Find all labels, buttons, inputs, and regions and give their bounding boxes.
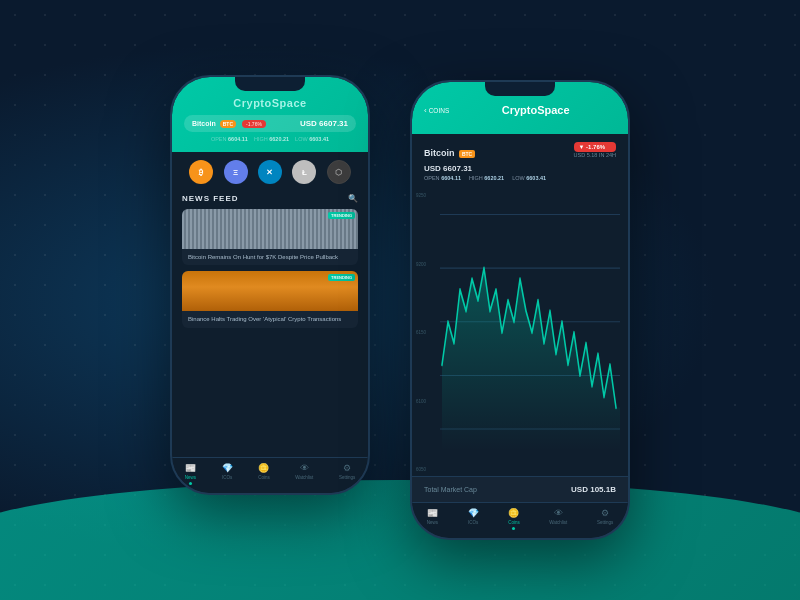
news-card-1-image: TRENDING [182,209,358,249]
search-icon[interactable]: 🔍 [348,194,358,203]
news-section: NEWS FEED 🔍 TRENDING Bitcoin Remains On … [172,192,368,457]
icos-icon-right: 💎 [468,508,479,518]
news-card-1[interactable]: TRENDING Bitcoin Remains On Hunt for $7K… [182,209,358,265]
coin-name: Bitcoin [424,148,455,158]
nav-icos[interactable]: 💎 ICOs [222,463,233,485]
right-coin-detail: Bitcoin BTC ▼ -1.76% USD 5.18 IN 24H USD… [412,134,628,189]
price-chart [420,193,620,472]
settings-icon-right: ⚙ [601,508,609,518]
nav-right-news-label: News [427,520,438,525]
nav-watchlist[interactable]: 👁 Watchlist [295,463,313,485]
nav-right-settings[interactable]: ⚙ Settings [597,508,613,530]
news-card-2-image: TRENDING [182,271,358,311]
news-card-2-badge: TRENDING [328,274,355,281]
market-cap-label: Total Market Cap [424,486,477,493]
nav-right-watchlist-label: Watchlist [549,520,567,525]
crypto-icon-lt[interactable]: Ł [292,160,316,184]
bottom-nav-right: 📰 News 💎 ICOs 🪙 Coins 👁 Watchlist ⚙ Sett… [412,502,628,538]
back-chevron-icon: ‹ [424,106,427,115]
coins-icon-right: 🪙 [508,508,519,518]
coin-change-group: ▼ -1.76% USD 5.18 IN 24H [574,142,617,158]
coin-name-group: Bitcoin BTC [424,142,475,160]
watchlist-icon-right: 👁 [554,508,563,518]
brand-right: CryptoSpace [502,104,570,116]
news-card-2-text: Binance Halts Trading Over 'Atypical' Cr… [182,311,358,327]
icos-icon: 💎 [222,463,233,473]
nav-settings[interactable]: ⚙ Settings [339,463,355,485]
news-title: NEWS FEED [182,194,239,203]
crypto-icon-btc[interactable]: ₿ [189,160,213,184]
nav-right-watchlist[interactable]: 👁 Watchlist [549,508,567,530]
phone-notch-left [235,77,305,91]
ticker-change: -1.76% [242,120,266,128]
chart-container: 9250 9200 6150 6100 6050 [412,189,628,476]
settings-icon: ⚙ [343,463,351,473]
news-card-1-badge: TRENDING [328,212,355,219]
nav-news-label: News [185,475,196,480]
brand-left: CryptoSpace [184,97,356,109]
nav-icos-label: ICOs [222,475,232,480]
y-label-2: 9200 [416,262,426,267]
crypto-icon-other[interactable]: ⬡ [327,160,351,184]
nav-news[interactable]: 📰 News [185,463,196,485]
nav-coins[interactable]: 🪙 Coins [258,463,270,485]
watchlist-icon: 👁 [300,463,309,473]
market-cap-bar: Total Market Cap USD 105.1B [412,476,628,502]
phone-right: ‹ COINS CryptoSpace Bitcoin BTC ▼ -1.76%… [410,80,630,540]
coin-change: ▼ -1.76% [574,142,617,152]
nav-right-coins-label: Coins [508,520,520,525]
news-icon-right: 📰 [427,508,438,518]
market-cap-value: USD 105.1B [571,485,616,494]
right-header-top: ‹ COINS CryptoSpace [424,104,616,116]
ticker-tag: BTC [220,120,236,128]
ohlc-right: OPEN 6604.11 HIGH 6620.21 LOW 6603.41 [424,175,616,181]
news-icon: 📰 [185,463,196,473]
y-label-4: 6100 [416,399,426,404]
nav-dot [189,482,192,485]
nav-dot-right [512,527,515,530]
coin-detail-row: Bitcoin BTC ▼ -1.76% USD 5.18 IN 24H [424,142,616,160]
nav-settings-label: Settings [339,475,355,480]
news-card-1-text: Bitcoin Remains On Hunt for $7K Despite … [182,249,358,265]
crypto-icons-row: ₿ Ξ ✕ Ł ⬡ [172,152,368,192]
y-label-5: 6050 [416,467,426,472]
back-label: COINS [429,107,450,114]
ticker-price: USD 6607.31 [300,119,348,128]
crypto-icon-eth[interactable]: Ξ [224,160,248,184]
nav-watchlist-label: Watchlist [295,475,313,480]
coin-usd-sub: USD 5.18 IN 24H [574,152,617,158]
nav-coins-label: Coins [258,475,270,480]
chart-y-labels: 9250 9200 6150 6100 6050 [416,189,426,476]
nav-right-coins[interactable]: 🪙 Coins [508,508,520,530]
brand-highlight-right: Crypto [502,104,537,116]
crypto-icon-xrp[interactable]: ✕ [258,160,282,184]
nav-right-news[interactable]: 📰 News [427,508,438,530]
phone-left: CryptoSpace Bitcoin BTC -1.76% USD 6607.… [170,75,370,495]
coins-icon: 🪙 [258,463,269,473]
news-header: NEWS FEED 🔍 [182,194,358,203]
ohlc-row-left: OPEN 6604.11 HIGH 6620.21 LOW 6603.41 [184,136,356,142]
y-label-3: 6150 [416,330,426,335]
y-label-1: 9250 [416,193,426,198]
ticker-coin-name: Bitcoin [192,120,216,127]
news-card-2[interactable]: TRENDING Binance Halts Trading Over 'Aty… [182,271,358,327]
coin-price-usd: USD 6607.31 [424,164,616,173]
ticker-bar: Bitcoin BTC -1.76% USD 6607.31 [184,115,356,132]
phone-notch-right [485,82,555,96]
nav-right-settings-label: Settings [597,520,613,525]
nav-right-icos[interactable]: 💎 ICOs [468,508,479,530]
decorative-shape [0,480,800,600]
nav-right-icos-label: ICOs [468,520,478,525]
bottom-nav-left: 📰 News 💎 ICOs 🪙 Coins 👁 Watchlist ⚙ Sett… [172,457,368,493]
brand-highlight-left: Crypto [233,97,271,109]
coin-tag: BTC [459,150,475,158]
back-button[interactable]: ‹ COINS [424,106,449,115]
